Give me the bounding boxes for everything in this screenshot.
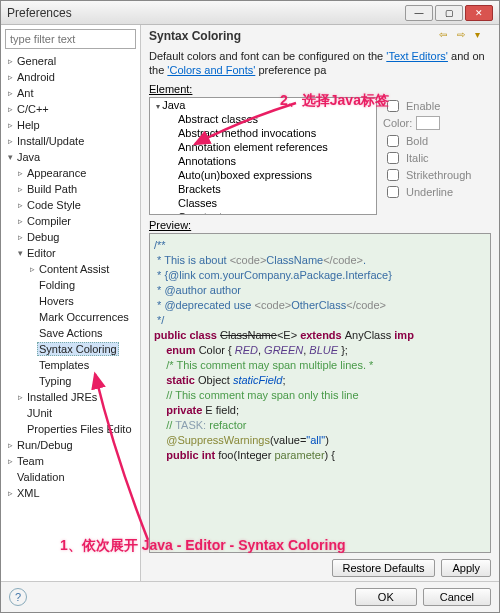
underline-checkbox[interactable] (387, 186, 399, 198)
tree-java[interactable]: Java (15, 151, 42, 163)
element-list[interactable]: Java Abstract classes Abstract method in… (149, 97, 377, 215)
tree-buildpath[interactable]: Build Path (25, 183, 79, 195)
element-section: Element: Java Abstract classes Abstract … (141, 83, 499, 215)
tree-help[interactable]: Help (15, 119, 42, 131)
preview-label: Preview: (149, 219, 491, 231)
italic-checkbox[interactable] (387, 152, 399, 164)
preference-tree[interactable]: ▹General ▹Android ▹Ant ▹C/C++ ▹Help ▹Ins… (1, 53, 140, 581)
tree-ant[interactable]: Ant (15, 87, 36, 99)
tree-xml[interactable]: XML (15, 487, 42, 499)
tree-debug[interactable]: Debug (25, 231, 61, 243)
tree-junit[interactable]: JUnit (25, 407, 54, 419)
tree-templates[interactable]: Templates (37, 359, 91, 371)
bold-checkbox[interactable] (387, 135, 399, 147)
tree-general[interactable]: General (15, 55, 58, 67)
footer: ? OK Cancel (1, 581, 499, 612)
right-panel: Syntax Coloring ⇦ ⇨ ▾ Default colors and… (141, 25, 499, 581)
tree-contentassist[interactable]: Content Assist (37, 263, 111, 275)
element-item[interactable]: Annotations (150, 154, 376, 168)
tree-compiler[interactable]: Compiler (25, 215, 73, 227)
link-colors-fonts[interactable]: 'Colors and Fonts' (167, 64, 255, 76)
tree-folding[interactable]: Folding (37, 279, 77, 291)
page-title: Syntax Coloring (149, 29, 437, 43)
titlebar[interactable]: Preferences — ▢ ✕ (1, 1, 499, 25)
tree-installedjres[interactable]: Installed JREs (25, 391, 99, 403)
element-item[interactable]: Abstract classes (150, 112, 376, 126)
color-swatch[interactable] (416, 116, 440, 130)
preview-code[interactable]: /** * This is about <code>ClassName</cod… (149, 233, 491, 553)
forward-icon[interactable]: ⇨ (457, 29, 473, 43)
enable-checkbox[interactable] (387, 100, 399, 112)
filter-input[interactable] (5, 29, 136, 49)
tree-appearance[interactable]: Appearance (25, 167, 88, 179)
element-category-java[interactable]: Java (150, 98, 376, 112)
description: Default colors and font can be configure… (141, 47, 499, 83)
ok-button[interactable]: OK (355, 588, 417, 606)
tree-team[interactable]: Team (15, 455, 46, 467)
page-header: Syntax Coloring ⇦ ⇨ ▾ (141, 25, 499, 47)
tree-syntaxcoloring[interactable]: Syntax Coloring (37, 342, 119, 356)
element-options: Enable Color: Bold Italic Strikethrough … (383, 97, 491, 215)
strike-checkbox[interactable] (387, 169, 399, 181)
tree-cpp[interactable]: C/C++ (15, 103, 51, 115)
tree-saveactions[interactable]: Save Actions (37, 327, 105, 339)
tree-android[interactable]: Android (15, 71, 57, 83)
minimize-button[interactable]: — (405, 5, 433, 21)
tree-propfiles[interactable]: Properties Files Edito (25, 423, 134, 435)
left-panel: ▹General ▹Android ▹Ant ▹C/C++ ▹Help ▹Ins… (1, 25, 141, 581)
preferences-window: Preferences — ▢ ✕ ▹General ▹Android ▹Ant… (0, 0, 500, 613)
link-text-editors[interactable]: 'Text Editors' (386, 50, 448, 62)
help-icon[interactable]: ? (9, 588, 27, 606)
tree-rundebug[interactable]: Run/Debug (15, 439, 75, 451)
back-icon[interactable]: ⇦ (439, 29, 455, 43)
color-label: Color: (383, 117, 412, 129)
restore-defaults-button[interactable]: Restore Defaults (332, 559, 436, 577)
element-item[interactable]: Brackets (150, 182, 376, 196)
tree-validation[interactable]: Validation (15, 471, 67, 483)
tree-editor[interactable]: Editor (25, 247, 58, 259)
element-item[interactable]: Classes (150, 196, 376, 210)
menu-icon[interactable]: ▾ (475, 29, 491, 43)
element-item[interactable]: Annotation element references (150, 140, 376, 154)
tree-codestyle[interactable]: Code Style (25, 199, 83, 211)
tree-typing[interactable]: Typing (37, 375, 73, 387)
preview-section: Preview: /** * This is about <code>Class… (149, 219, 491, 553)
element-item[interactable]: Auto(un)boxed expressions (150, 168, 376, 182)
cancel-button[interactable]: Cancel (423, 588, 491, 606)
tree-install[interactable]: Install/Update (15, 135, 86, 147)
tree-markocc[interactable]: Mark Occurrences (37, 311, 131, 323)
tree-hovers[interactable]: Hovers (37, 295, 76, 307)
close-button[interactable]: ✕ (465, 5, 493, 21)
window-title: Preferences (7, 6, 403, 20)
element-label: Element: (149, 83, 491, 95)
element-item[interactable]: Constants (150, 210, 376, 215)
maximize-button[interactable]: ▢ (435, 5, 463, 21)
element-item[interactable]: Abstract method invocations (150, 126, 376, 140)
page-buttons: Restore Defaults Apply (141, 555, 499, 581)
apply-button[interactable]: Apply (441, 559, 491, 577)
body: ▹General ▹Android ▹Ant ▹C/C++ ▹Help ▹Ins… (1, 25, 499, 581)
